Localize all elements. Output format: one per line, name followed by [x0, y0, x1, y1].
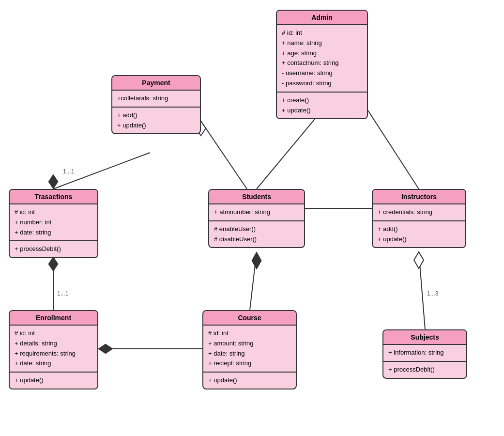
svg-line-18	[368, 110, 419, 189]
admin-header: Admin	[277, 11, 367, 25]
instructors-attributes: + credentials: string	[373, 204, 465, 221]
course-methods: + update()	[203, 373, 296, 389]
svg-text:1...3: 1...3	[427, 290, 439, 297]
students-header: Students	[209, 190, 304, 204]
subjects-attributes: + information: string	[383, 345, 466, 362]
svg-marker-12	[98, 344, 113, 354]
subjects-class: Subjects + information: string + process…	[382, 329, 467, 379]
payment-methods: + add() + update()	[112, 108, 200, 134]
svg-text:1...1: 1...1	[57, 290, 69, 297]
svg-marker-16	[414, 252, 424, 268]
students-methods: # enableUser() # disableUser()	[209, 221, 304, 248]
enrollment-header: Enrollment	[10, 311, 97, 326]
instructors-header: Instructors	[373, 190, 465, 204]
svg-marker-6	[48, 174, 58, 189]
subjects-header: Subjects	[383, 330, 466, 345]
enrollment-methods: + update()	[10, 373, 97, 389]
trasactions-class: Trasactions # id: int + number: int + da…	[9, 189, 98, 258]
payment-class: Payment +colletarals: string + add() + u…	[111, 75, 201, 134]
course-header: Course	[203, 311, 296, 326]
trasactions-header: Trasactions	[10, 190, 97, 204]
enrollment-class: Enrollment # id: int + details: string +…	[9, 310, 98, 389]
trasactions-attributes: # id: int + number: int + date: string	[10, 204, 97, 241]
uml-diagram: 1...1 1...1 1...3 Admin # id: int + name…	[0, 0, 504, 436]
course-class: Course # id: int + amount: string + date…	[202, 310, 297, 389]
payment-header: Payment	[112, 76, 200, 91]
course-attributes: # id: int + amount: string + date: strin…	[203, 326, 296, 373]
svg-line-2	[201, 121, 247, 189]
students-attributes: + atmnumber: string	[209, 204, 304, 221]
admin-attributes: # id: int + name: string + age: string +…	[277, 25, 367, 93]
admin-class: Admin # id: int + name: string + age: st…	[276, 10, 368, 119]
svg-marker-14	[252, 252, 261, 269]
svg-text:1...1: 1...1	[63, 168, 75, 175]
svg-line-15	[419, 252, 425, 329]
svg-line-0	[257, 110, 322, 189]
admin-methods: + create() + update()	[277, 93, 367, 119]
svg-line-5	[53, 153, 150, 189]
subjects-methods: + processDebit()	[383, 362, 466, 378]
students-class: Students + atmnumber: string # enableUse…	[208, 189, 305, 248]
payment-attributes: +colletarals: string	[112, 91, 200, 108]
trasactions-methods: + processDebit()	[10, 241, 97, 257]
instructors-class: Instructors + credentials: string + add(…	[372, 189, 466, 248]
svg-marker-9	[48, 257, 58, 271]
svg-line-13	[250, 252, 257, 310]
instructors-methods: + add() + update()	[373, 221, 465, 248]
enrollment-attributes: # id: int + details: string + requiremen…	[10, 326, 97, 373]
